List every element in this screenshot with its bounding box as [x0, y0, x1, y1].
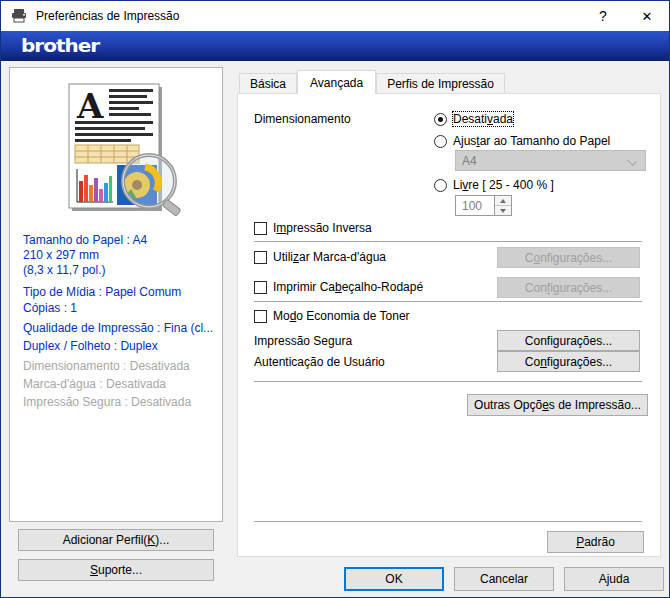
tab-avancada[interactable]: Avançada: [297, 70, 376, 94]
secure-print-settings-button[interactable]: Configurações...: [497, 330, 640, 351]
scaling-free-radio[interactable]: Livre [ 25 - 400 % ]: [434, 178, 554, 192]
separator: [254, 521, 642, 522]
summary-watermark: Marca-d'água : Desativada: [23, 377, 219, 392]
header-footer-checkbox[interactable]: Imprimir Cabeçalho-Rodapé: [254, 280, 423, 294]
close-button[interactable]: ✕: [625, 2, 669, 31]
default-button[interactable]: Padrão: [547, 531, 644, 553]
advanced-tab-panel: Dimensionamento Desativada Ajustar ao Ta…: [237, 93, 661, 557]
spin-down-icon[interactable]: [495, 206, 511, 215]
tab-strip: Básica Avançada Perfis de Impressão: [239, 70, 505, 93]
user-auth-settings-button[interactable]: Configurações...: [497, 351, 640, 372]
tab-perfis-de-impressao[interactable]: Perfis de Impressão: [376, 73, 505, 93]
brother-logo: brother: [21, 35, 99, 57]
print-preferences-dialog: Preferências de Impressão ? ✕ brother A: [0, 0, 670, 598]
settings-summary-list: Tamanho do Papel : A4 210 x 297 mm (8,3 …: [23, 233, 219, 410]
window-title: Preferências de Impressão: [36, 9, 581, 23]
summary-media-type: Tipo de Mídia : Papel Comum: [23, 285, 219, 300]
radio-icon: [434, 135, 447, 148]
printer-icon: [11, 9, 27, 23]
user-auth-label: Autenticação de Usuário: [254, 355, 385, 369]
other-print-options-button[interactable]: Outras Opções de Impressão...: [467, 394, 648, 416]
scaling-label: Dimensionamento: [254, 112, 351, 126]
spin-up-icon[interactable]: [495, 196, 511, 206]
support-button[interactable]: Suporte...: [18, 559, 214, 581]
checkbox-icon: [254, 251, 267, 264]
paper-size-select[interactable]: A4: [455, 150, 646, 171]
svg-text:A: A: [76, 86, 104, 126]
settings-summary-panel: A: [9, 67, 223, 522]
separator: [254, 241, 642, 242]
summary-paper-mm: 210 x 297 mm: [23, 248, 219, 263]
summary-paper-inches: (8,3 x 11,7 pol.): [23, 263, 219, 278]
summary-duplex: Duplex / Folheto : Duplex: [23, 339, 219, 354]
help-title-button[interactable]: ?: [581, 2, 625, 31]
document-preview-image: A: [41, 81, 193, 224]
summary-copies: Cópias : 1: [23, 301, 219, 316]
tab-basica[interactable]: Básica: [239, 73, 297, 93]
reverse-print-checkbox[interactable]: Impressão Inversa: [254, 221, 372, 235]
separator: [254, 301, 642, 302]
free-scale-input[interactable]: 100: [455, 195, 512, 216]
watermark-settings-button[interactable]: Configurações...: [497, 247, 640, 268]
checkbox-icon: [254, 310, 267, 323]
toner-save-checkbox[interactable]: Modo Economia de Toner: [254, 309, 410, 323]
checkbox-icon: [254, 281, 267, 294]
scaling-fit-to-paper-radio[interactable]: Ajustar ao Tamanho do Papel: [434, 134, 610, 148]
summary-scaling: Dimensionamento : Desativada: [23, 359, 219, 374]
scaling-off-radio[interactable]: Desativada: [434, 112, 513, 126]
ok-button[interactable]: OK: [344, 567, 444, 591]
add-profile-button[interactable]: Adicionar Perfil(K)...: [18, 529, 214, 551]
help-button[interactable]: Ajuda: [564, 567, 664, 591]
chevron-down-icon: [627, 156, 637, 166]
summary-paper-size: Tamanho do Papel : A4: [23, 233, 219, 248]
radio-icon: [434, 113, 447, 126]
title-bar: Preferências de Impressão ? ✕: [1, 1, 669, 31]
secure-print-label: Impressão Segura: [254, 334, 352, 348]
watermark-checkbox[interactable]: Utilizar Marca-d'água: [254, 250, 386, 264]
summary-quality: Qualidade de Impressão : Fina (cl...: [23, 321, 219, 336]
cancel-button[interactable]: Cancelar: [454, 567, 554, 591]
separator: [254, 381, 642, 382]
summary-secure-print: Impressão Segura : Desativada: [23, 395, 219, 410]
brand-bar: brother: [1, 31, 669, 61]
checkbox-icon: [254, 222, 267, 235]
radio-icon: [434, 179, 447, 192]
header-footer-settings-button[interactable]: Configurações...: [497, 277, 640, 298]
